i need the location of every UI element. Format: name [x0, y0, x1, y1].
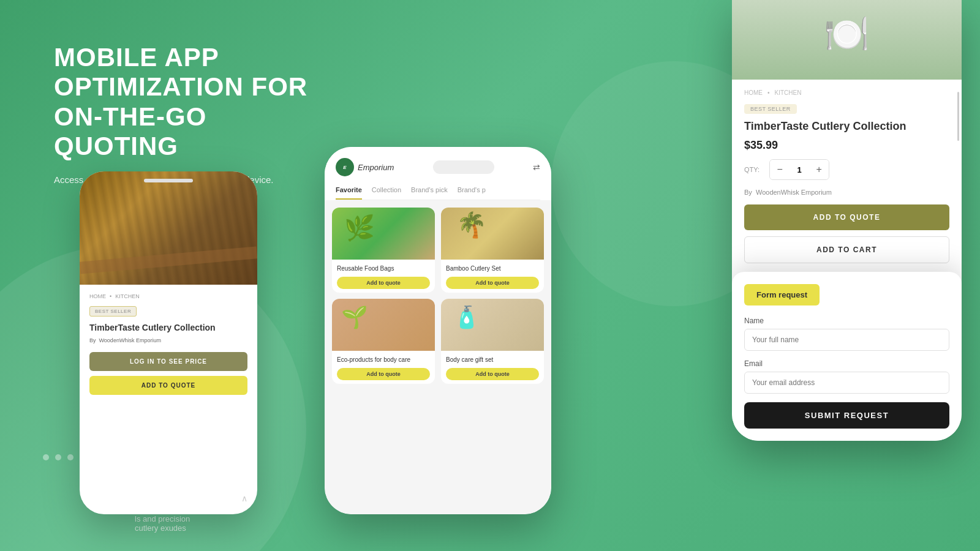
phone1-breadcrumb-cat: KITCHEN	[115, 293, 140, 299]
phone2-product-grid: Reusable Food Bags Add to quote Bamboo C…	[325, 200, 551, 391]
form-name-input[interactable]	[744, 329, 949, 351]
phone3-badge: BEST SELLER	[744, 104, 797, 114]
phone3-breadcrumb: HOME • KITCHEN	[744, 89, 949, 96]
phone1-img-decoration	[80, 246, 257, 274]
phone2-device: E Emporium ⇄ Favorite Collection Brand's…	[325, 147, 551, 514]
phone3-add-cart-button[interactable]: ADD TO CART	[744, 236, 949, 263]
phone2-product-3-info: Eco-products for body care Add to quote	[332, 351, 435, 384]
phone1-quote-button[interactable]: ADD TO QUOTE	[89, 376, 247, 395]
phone3-qty-plus[interactable]: +	[809, 160, 829, 179]
phone2-search-bar[interactable]	[433, 160, 494, 174]
phone2-logo: E Emporium	[336, 158, 394, 176]
phone1-badge: BEST SELLER	[89, 306, 137, 317]
form-name-label: Name	[744, 317, 949, 325]
phone3-device: HOME • KITCHEN BEST SELLER TimberTaste C…	[732, 0, 962, 441]
phone3-breadcrumb-home: HOME	[744, 89, 763, 96]
phone2-product-1-info: Reusable Food Bags Add to quote	[332, 260, 435, 293]
phone3-qty-minus[interactable]: −	[770, 160, 790, 179]
phone2-filter-icon[interactable]: ⇄	[533, 162, 540, 172]
phone3-qty-control: − 1 +	[769, 159, 829, 180]
bottom-line2: cutlery exudes	[135, 523, 190, 533]
phone2-product-1-image	[332, 208, 435, 260]
phone1-content: HOME • KITCHEN BEST SELLER TimberTaste C…	[80, 285, 257, 403]
phone3-content: HOME • KITCHEN BEST SELLER TimberTaste C…	[732, 80, 962, 273]
phone2-product-1-name: Reusable Food Bags	[337, 264, 430, 272]
phone2-inner: E Emporium ⇄ Favorite Collection Brand's…	[325, 147, 551, 514]
phone3-qty-label: QTY:	[744, 166, 760, 173]
phone2-product-4-add-btn[interactable]: Add to quote	[446, 368, 539, 380]
phone3-price: $35.99	[744, 139, 949, 152]
phone3-qty-value: 1	[790, 165, 809, 174]
phone1-breadcrumb-home: HOME	[89, 293, 106, 299]
form-email-input[interactable]	[744, 372, 949, 394]
form-submit-button[interactable]: SUBMIT REQUEST	[744, 402, 949, 429]
phone2-product-2: Bamboo Cutlery Set Add to quote	[441, 208, 544, 293]
bottom-line1: ls and precision	[135, 514, 190, 523]
phone2-product-4-info: Body care gift set Add to quote	[441, 351, 544, 384]
phone3-vendor: By WoodenWhisk Emporium	[744, 189, 949, 196]
phone2-logo-icon: E	[336, 158, 354, 176]
phone2-tab-collection[interactable]: Collection	[372, 186, 401, 200]
phone3-product-title: TimberTaste Cutlery Collection	[744, 120, 949, 133]
phone2-product-4-image	[441, 299, 544, 351]
phone1-login-button[interactable]: LOG IN TO SEE PRICE	[89, 352, 247, 371]
phone3-add-quote-button[interactable]: ADD TO QUOTE	[744, 204, 949, 230]
phone2-logo-text: Emporium	[358, 163, 394, 172]
phone2-tab-brandsp[interactable]: Brand's p	[458, 186, 486, 200]
phone1-chevron-icon: ∧	[241, 493, 247, 503]
phone2-product-2-name: Bamboo Cutlery Set	[446, 264, 539, 272]
phone2-product-1: Reusable Food Bags Add to quote	[332, 208, 435, 293]
phone1-device: HOME • KITCHEN BEST SELLER TimberTaste C…	[80, 171, 257, 514]
phone2-product-3-add-btn[interactable]: Add to quote	[337, 368, 430, 380]
phone2-product-4: Body care gift set Add to quote	[441, 299, 544, 384]
phone1-breadcrumb-sep: •	[110, 293, 111, 299]
phone2-header: E Emporium ⇄ Favorite Collection Brand's…	[325, 147, 551, 200]
phone2-product-1-add-btn[interactable]: Add to quote	[337, 277, 430, 289]
phone3-qty-row: QTY: − 1 +	[744, 159, 949, 180]
dot-1[interactable]	[43, 454, 49, 460]
phone2-product-3: Eco-products for body care Add to quote	[332, 299, 435, 384]
bottom-description: ls and precision cutlery exudes	[135, 514, 190, 533]
dot-3[interactable]	[67, 454, 74, 460]
phone1-product-image	[80, 171, 257, 285]
phone3-scrollbar[interactable]	[957, 92, 959, 141]
form-email-label: Email	[744, 359, 949, 368]
phone2-product-3-image	[332, 299, 435, 351]
phone2-product-2-add-btn[interactable]: Add to quote	[446, 277, 539, 289]
phone2-top-row: E Emporium ⇄	[336, 158, 540, 176]
form-request-popup: Form request Name Email SUBMIT REQUEST	[732, 272, 962, 441]
phone2-product-2-info: Bamboo Cutlery Set Add to quote	[441, 260, 544, 293]
phone3-product-image	[732, 0, 962, 80]
phone1-vendor: By WoodenWhisk Emporium	[89, 337, 247, 343]
phone2-product-4-name: Body care gift set	[446, 356, 539, 364]
phone1-notch	[144, 179, 193, 182]
phone3-breadcrumb-cat: KITCHEN	[775, 89, 802, 96]
phone2-product-2-image	[441, 208, 544, 260]
phone3-breadcrumb-sep: •	[767, 89, 770, 96]
dot-2[interactable]	[55, 454, 61, 460]
phone2-tab-brandspick[interactable]: Brand's pick	[411, 186, 448, 200]
phone2-tab-favorite[interactable]: Favorite	[336, 186, 362, 200]
phone1-product-title: TimberTaste Cutlery Collection	[89, 323, 247, 332]
phone2-product-3-name: Eco-products for body care	[337, 356, 430, 364]
main-title: MOBILE APP OPTIMIZATION FOR ON-THE-GO QU…	[54, 43, 311, 161]
phone1-breadcrumb: HOME • KITCHEN	[89, 293, 247, 299]
form-request-title[interactable]: Form request	[744, 284, 820, 305]
phone2-tabs: Favorite Collection Brand's pick Brand's…	[336, 186, 540, 200]
